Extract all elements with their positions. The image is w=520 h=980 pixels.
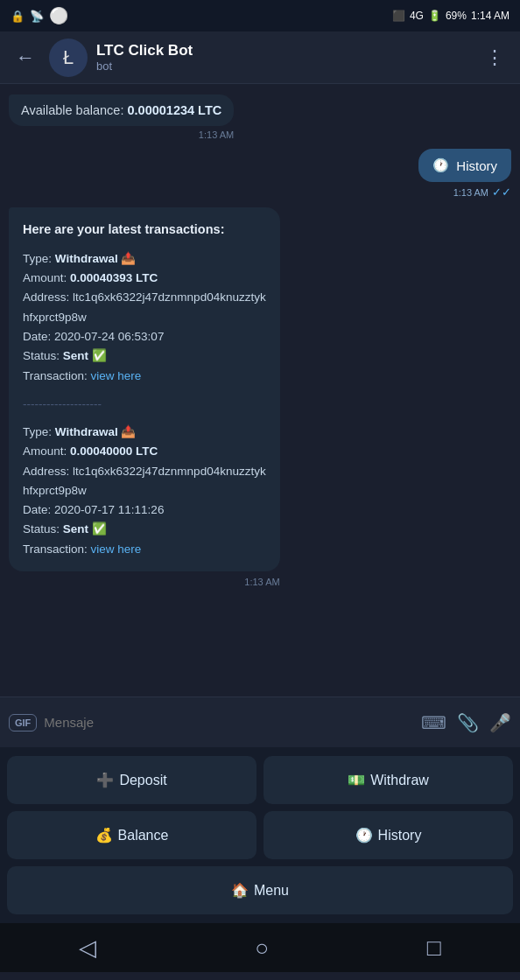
bot-avatar: Ł bbox=[49, 38, 88, 77]
network-type: 4G bbox=[410, 10, 424, 22]
tx2-transaction: Transaction: view here bbox=[23, 540, 266, 559]
tx2-tx-label: Transaction: bbox=[23, 542, 91, 556]
status-bar: 🔒 📡 ⚪ ⬛ 4G 🔋 69% 1:14 AM bbox=[0, 0, 520, 32]
history-time-row: 1:13 AM ✓✓ bbox=[418, 186, 511, 199]
tx2-status-label: Status: bbox=[23, 522, 63, 536]
tx2-type-value: Withdrawal 📤 bbox=[55, 425, 137, 438]
nav-home-button[interactable]: ○ bbox=[237, 928, 286, 969]
tx1-address-label: Address: bbox=[23, 290, 73, 304]
tx2-amount-value: 0.00040000 LTC bbox=[70, 444, 158, 458]
tx2-address-label: Address: bbox=[23, 465, 73, 478]
tx2-tx-link[interactable]: view here bbox=[91, 542, 142, 556]
gif-button[interactable]: GIF bbox=[9, 714, 37, 732]
history-label: History bbox=[378, 828, 422, 844]
deposit-emoji: ➕ bbox=[96, 772, 114, 788]
withdraw-button[interactable]: 💵 Withdraw bbox=[264, 756, 513, 804]
tx2-date-label: Date: bbox=[23, 503, 54, 516]
input-bar: GIF ⌨ 📎 🎤 bbox=[0, 696, 520, 747]
chat-area: Available balance: 0.00001234 LTC 1:13 A… bbox=[0, 84, 520, 696]
balance-button[interactable]: 💰 Balance bbox=[7, 811, 256, 859]
battery-icon: 🔋 bbox=[428, 10, 441, 22]
mic-icon[interactable]: 🎤 bbox=[489, 712, 511, 733]
bot-info: LTC Click Bot bot bbox=[96, 42, 471, 73]
attach-icon[interactable]: 📎 bbox=[457, 712, 479, 733]
history-bubble: 🕐 History bbox=[418, 149, 511, 182]
tx1-address: Address: ltc1q6xk6322j47dznmnpd04knuzzty… bbox=[23, 288, 266, 327]
nav-bar: ◁ ○ □ bbox=[0, 923, 520, 972]
balance-time: 1:13 AM bbox=[9, 130, 234, 140]
tx2-amount-label: Amount: bbox=[23, 444, 70, 458]
tx1-tx-label: Transaction: bbox=[23, 369, 91, 382]
deposit-label: Deposit bbox=[119, 773, 166, 788]
tx1-date: Date: 2020-07-24 06:53:07 bbox=[23, 327, 266, 346]
nav-recents-button[interactable]: □ bbox=[410, 928, 459, 969]
history-sent-message: 🕐 History 1:13 AM ✓✓ bbox=[418, 149, 511, 199]
balance-label: Balance bbox=[118, 828, 169, 844]
tx2-status-value: Sent ✅ bbox=[63, 522, 107, 536]
balance-message: Available balance: 0.00001234 LTC 1:13 A… bbox=[9, 94, 234, 140]
history-time: 1:13 AM bbox=[453, 187, 488, 198]
withdraw-label: Withdraw bbox=[370, 773, 429, 788]
tx1-type-label: Type: bbox=[23, 252, 52, 265]
history-button[interactable]: 🕐 History bbox=[264, 811, 513, 859]
header-menu-button[interactable]: ⋮ bbox=[480, 41, 509, 74]
tx1-amount-label: Amount: bbox=[23, 271, 67, 284]
status-left: 🔒 📡 ⚪ bbox=[11, 6, 68, 25]
circle-icon: ⚪ bbox=[49, 6, 68, 25]
tx1-tx-link[interactable]: view here bbox=[91, 369, 142, 382]
double-check-icon: ✓✓ bbox=[492, 186, 511, 199]
chat-header: ← Ł LTC Click Bot bot ⋮ bbox=[0, 32, 520, 84]
transaction-time: 1:13 AM bbox=[9, 577, 280, 587]
tx1-date-label: Date: bbox=[23, 330, 54, 343]
tx1-amount-value: 0.00040393 LTC bbox=[70, 271, 158, 284]
back-button[interactable]: ← bbox=[11, 41, 40, 74]
signal-icon: 📡 bbox=[30, 10, 44, 23]
transaction-message: Here are your latest transactions: Type:… bbox=[9, 207, 280, 587]
history-label: History bbox=[456, 158, 497, 173]
clock-emoji: 🕐 bbox=[432, 158, 449, 173]
menu-button[interactable]: 🏠 Menu bbox=[7, 866, 513, 914]
tx1-status-label: Status: bbox=[23, 349, 63, 362]
tx1-transaction: Transaction: view here bbox=[23, 367, 266, 386]
balance-bubble: Available balance: 0.00001234 LTC bbox=[9, 94, 234, 126]
transaction-title: Here are your latest transactions: bbox=[23, 220, 266, 241]
tx1-type: Type: Withdrawal 📤 bbox=[23, 249, 266, 269]
input-icons: ⌨ 📎 🎤 bbox=[421, 712, 511, 733]
transaction-bubble: Here are your latest transactions: Type:… bbox=[9, 207, 280, 571]
message-input[interactable] bbox=[44, 715, 414, 730]
status-right: ⬛ 4G 🔋 69% 1:14 AM bbox=[392, 10, 509, 22]
tx2-type: Type: Withdrawal 📤 bbox=[23, 423, 266, 442]
tx2-date-value: 2020-07-17 11:11:26 bbox=[54, 503, 164, 516]
nav-back-button[interactable]: ◁ bbox=[61, 928, 114, 969]
cast-icon: ⬛ bbox=[392, 10, 405, 22]
bot-status: bot bbox=[96, 60, 471, 73]
tx2-type-label: Type: bbox=[23, 425, 55, 438]
deposit-button[interactable]: ➕ Deposit bbox=[7, 756, 256, 804]
tx2-date: Date: 2020-07-17 11:11:26 bbox=[23, 500, 266, 520]
current-time: 1:14 AM bbox=[471, 10, 509, 22]
menu-emoji: 🏠 bbox=[231, 882, 249, 899]
tx1-status-value: Sent ✅ bbox=[63, 349, 107, 362]
tx1-amount: Amount: 0.00040393 LTC bbox=[23, 269, 266, 288]
withdraw-emoji: 💵 bbox=[348, 772, 365, 788]
tx1-status: Status: Sent ✅ bbox=[23, 346, 266, 366]
history-emoji: 🕐 bbox=[355, 827, 373, 844]
keyboard-icon[interactable]: ⌨ bbox=[421, 712, 446, 733]
tx-separator: -------------------- bbox=[23, 395, 266, 414]
lock-icon: 🔒 bbox=[11, 10, 25, 23]
balance-emoji: 💰 bbox=[95, 827, 113, 844]
tx2-address: Address: ltc1q6xk6322j47dznmnpd04knuzzty… bbox=[23, 462, 266, 501]
bot-keyboard: ➕ Deposit 💵 Withdraw 💰 Balance 🕐 History… bbox=[0, 747, 520, 923]
tx2-amount: Amount: 0.00040000 LTC bbox=[23, 442, 266, 461]
balance-value: 0.00001234 LTC bbox=[127, 103, 221, 117]
tx1-date-value: 2020-07-24 06:53:07 bbox=[54, 330, 164, 343]
bot-name: LTC Click Bot bbox=[96, 42, 471, 60]
tx2-status: Status: Sent ✅ bbox=[23, 520, 266, 539]
menu-label: Menu bbox=[254, 883, 289, 899]
battery-level: 69% bbox=[446, 10, 467, 22]
tx1-type-value: Withdrawal 📤 bbox=[55, 252, 137, 265]
